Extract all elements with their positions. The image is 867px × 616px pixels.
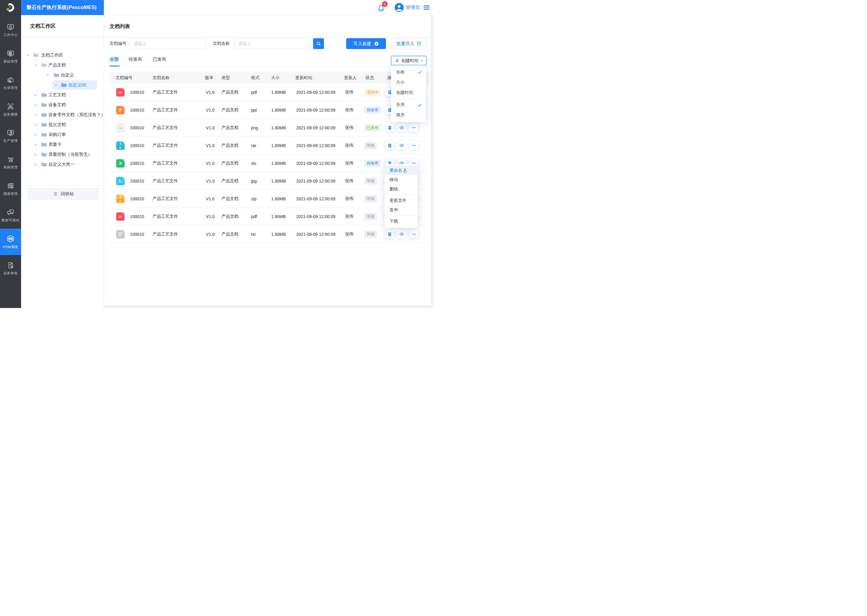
sidebar-item-warehouse[interactable]: 仓库管理 — [0, 70, 21, 96]
tree-item-product-docs[interactable]: 产品文档 — [21, 60, 104, 70]
caret-right-icon[interactable] — [35, 124, 36, 126]
menu-divider — [391, 99, 426, 99]
folder-icon — [41, 152, 47, 157]
tree-item-equipment-docs[interactable]: 设备文档 — [21, 100, 104, 110]
status-badge: 流转中 — [364, 89, 381, 96]
app-logo[interactable] — [0, 0, 21, 15]
production-management-icon — [6, 129, 14, 137]
more-actions-button[interactable] — [410, 230, 418, 239]
table-header: 文档编号 文档名称 版本 类型 格式 大小 更新时间 更新人 状态 操作 — [110, 72, 429, 83]
business-modeling-icon — [6, 102, 14, 110]
page-title: 文档列表 — [110, 15, 130, 37]
tree-item-process-docs[interactable]: 工艺文档 — [21, 90, 104, 100]
user-name[interactable]: 管理员 — [406, 0, 420, 15]
table-row[interactable]: 100010 产品工艺文件 V1.0 产品文档 pdf 1.80MB 2021-… — [110, 207, 429, 225]
table-row[interactable]: zip 100010 产品工艺文件 V1.0 产品文档 zip 1.80MB 2… — [110, 190, 429, 207]
table-row[interactable]: 100010 产品工艺文件 V1.0 产品文档 jpg 1.80MB 2021-… — [110, 172, 429, 190]
hamburger-menu-icon[interactable] — [424, 5, 430, 9]
hand-cursor-icon — [403, 168, 408, 173]
search-icon — [316, 41, 321, 46]
import-new-button[interactable]: 导入新建 — [346, 38, 386, 49]
sort-option-size[interactable]: 大小 — [391, 77, 426, 88]
col-size: 大小 — [271, 72, 280, 83]
sort-order-descending[interactable]: 降序 — [391, 110, 426, 120]
tree-item-label: 文档工作区 — [41, 52, 63, 58]
caret-down-icon[interactable] — [35, 114, 37, 116]
context-menu-update-file[interactable]: 更新文件 — [385, 196, 418, 205]
sort-order-ascending[interactable]: 升序 — [391, 100, 426, 110]
caret-down-icon[interactable] — [35, 64, 37, 66]
more-actions-button[interactable] — [410, 123, 418, 132]
table-row[interactable]: rar 100010 产品工艺文件 V1.0 产品文档 rar 1.80MB 2… — [110, 137, 429, 154]
sidebar-item-production-management[interactable]: 生产管理 — [0, 123, 21, 149]
table-row[interactable]: 100010 产品工艺文件 V1.0 产品文档 pdf 1.80MB 2021-… — [110, 83, 429, 101]
menu-divider — [385, 195, 418, 195]
tree-item-label: 自定义02 — [68, 82, 87, 88]
caret-right-icon[interactable] — [35, 143, 36, 146]
sidebar-item-pdm-system[interactable]: PDM PDM系统 — [0, 229, 21, 255]
tree-item-equipment-parts-docs[interactable]: 设备零件文档（系统没有？） — [21, 110, 104, 120]
table-row[interactable]: P 100010 产品工艺文件 V1.0 产品文档 ppt 1.80MB 202… — [110, 101, 429, 119]
doc-detail-button[interactable] — [385, 123, 394, 132]
tab-pending-publish[interactable]: 待发布 — [129, 57, 142, 66]
recycle-bin-button[interactable]: 回收站 — [28, 188, 99, 200]
tree-item-quality-card[interactable]: 质量卡 — [21, 140, 104, 149]
sidebar-item-label: 基础管理 — [3, 59, 18, 64]
sidebar-item-business-approval[interactable]: 业务审批 — [0, 255, 21, 281]
tree-item-batch-docs[interactable]: 批次文档 — [21, 120, 104, 130]
preview-eye-button[interactable] — [397, 141, 406, 150]
sort-option-name[interactable]: 名称 — [391, 67, 426, 77]
sidebar-item-procurement-management[interactable]: 采购管理 — [0, 149, 21, 176]
sidebar-item-data-visualization[interactable]: 数据可视化 — [0, 202, 21, 229]
tree-item-label: 设备零件文档（系统没有？） — [49, 112, 106, 118]
table-row[interactable]: X 100010 产品工艺文件 V1.0 产品文档 xls 1.80MB 202… — [110, 154, 429, 172]
avatar[interactable] — [395, 3, 404, 12]
context-menu-move[interactable]: 移动 — [385, 175, 418, 184]
sidebar-item-workcenter[interactable]: 工作中心 — [0, 17, 21, 43]
sidebar-item-traceability-management[interactable]: 溯源管理 — [0, 176, 21, 202]
horizontal-scrollbar[interactable] — [104, 305, 434, 308]
tree-item-custom02-selected[interactable]: 自定义02 — [21, 80, 104, 90]
preview-eye-button[interactable] — [397, 123, 406, 132]
tree-item-custom-category-one[interactable]: 自定义大类一 — [21, 159, 104, 169]
doc-no-input[interactable] — [130, 38, 206, 49]
doc-detail-button[interactable] — [385, 230, 394, 239]
tab-all[interactable]: 全部 — [110, 57, 118, 66]
tree-item-custom[interactable]: 自定义 — [21, 70, 104, 80]
check-icon — [418, 71, 422, 74]
table-row[interactable]: 100010 产品工艺文件 V1.0 产品文档 txt 1.80MB 2021-… — [110, 225, 429, 243]
context-menu-publish[interactable]: 发布 — [385, 205, 418, 214]
app-title: 磐石生产执行系统(PescoMES) — [27, 4, 97, 11]
context-menu-rename[interactable]: 重命名 — [385, 166, 418, 175]
caret-right-icon[interactable] — [35, 104, 36, 106]
doc-detail-button[interactable] — [385, 141, 394, 150]
caret-right-icon[interactable] — [35, 134, 36, 136]
col-doc-name: 文档名称 — [153, 72, 169, 83]
caret-right-icon[interactable] — [35, 94, 36, 96]
sidebar-item-basic-management[interactable]: 基础管理 — [0, 43, 21, 70]
search-button[interactable] — [313, 38, 324, 49]
document-workspace-panel: 文档工作区 文档工作区 产品文档 自定义 自定 — [21, 15, 104, 308]
caret-down-icon[interactable] — [47, 75, 49, 76]
sidebar-item-business-modeling[interactable]: 业务建模 — [0, 96, 21, 123]
more-actions-button[interactable] — [410, 141, 418, 150]
caret-down-icon[interactable] — [27, 55, 29, 56]
caret-right-icon[interactable] — [35, 163, 36, 166]
tab-published[interactable]: 已发布 — [153, 57, 166, 66]
table-row[interactable]: 100010 产品工艺文件 V1.0 产品文档 png 1.80MB 2021-… — [110, 119, 429, 137]
batch-import-button[interactable]: 批量导入 — [391, 38, 427, 49]
status-badge: 草稿 — [364, 142, 377, 149]
caret-right-icon[interactable] — [55, 84, 57, 86]
sort-option-create-time[interactable]: 创建时间 — [391, 88, 426, 98]
vertical-scrollbar[interactable] — [431, 15, 434, 308]
context-menu-delete[interactable]: 删除 — [385, 184, 418, 194]
context-menu-download[interactable]: 下载 — [385, 217, 418, 226]
doc-name-input[interactable] — [234, 38, 310, 49]
caret-right-icon[interactable] — [35, 153, 36, 156]
tree-item-quality-control[interactable]: 质量控制（当前暂无） — [21, 149, 104, 159]
col-doc-no: 文档编号 — [116, 72, 132, 83]
tree-item-purchase-orders[interactable]: 采购订单 — [21, 130, 104, 140]
preview-eye-button[interactable] — [397, 230, 406, 239]
tree-item-doc-workspace[interactable]: 文档工作区 — [21, 50, 104, 60]
sort-dropdown-button[interactable]: 创建时间 — [391, 56, 427, 65]
